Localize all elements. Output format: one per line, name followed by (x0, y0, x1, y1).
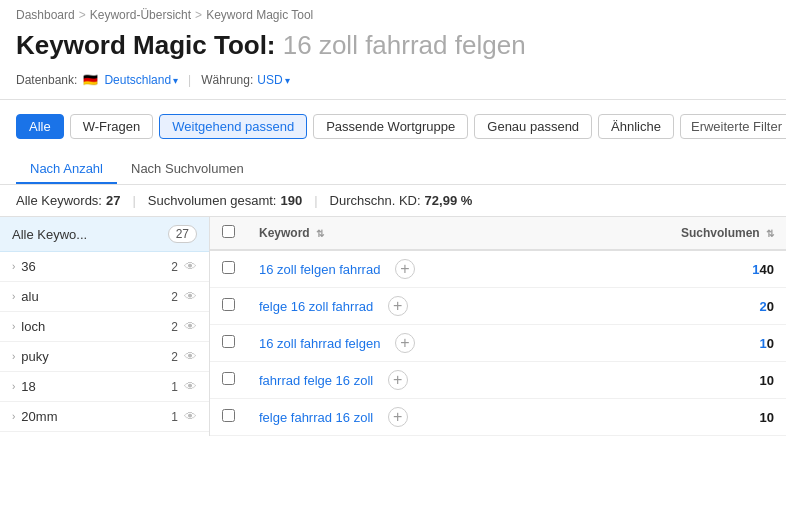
meta-divider (0, 99, 786, 100)
keyword-link[interactable]: felge fahrrad 16 zoll (259, 410, 373, 425)
col-keyword-header: Keyword ⇅ (247, 217, 574, 250)
db-chevron-icon: ▾ (173, 75, 178, 86)
sort-icon: ⇅ (316, 228, 324, 239)
tab-nach-suchvolumen[interactable]: Nach Suchvolumen (117, 155, 258, 184)
list-item[interactable]: › 20mm 1 👁 (0, 402, 209, 432)
add-keyword-button[interactable]: + (395, 259, 415, 279)
sidebar-header: Alle Keywo... 27 (0, 217, 209, 252)
row-checkbox[interactable] (222, 335, 235, 348)
breadcrumb-keyword-ubersicht[interactable]: Keyword-Übersicht (90, 8, 191, 22)
sidebar-keyword: 36 (21, 259, 35, 274)
table-row: 16 zoll felgen fahrrad + 140 (210, 250, 786, 288)
row-checkbox-cell (210, 325, 247, 362)
eye-icon: 👁 (184, 379, 197, 394)
add-keyword-button[interactable]: + (388, 407, 408, 427)
volume-cell: 10 (574, 399, 786, 436)
table-row: felge 16 zoll fahrrad + 20 (210, 288, 786, 325)
filter-alle-button[interactable]: Alle (16, 114, 64, 139)
volume-cell: 20 (574, 288, 786, 325)
eye-icon: 👁 (184, 259, 197, 274)
chevron-right-icon: › (12, 321, 15, 332)
sidebar: Alle Keywo... 27 › 36 2 👁 › alu 2 👁 (0, 217, 210, 436)
chevron-right-icon: › (12, 261, 15, 272)
filter-weitgehend-button[interactable]: Weitgehend passend (159, 114, 307, 139)
volume-value: 20 (760, 299, 774, 314)
sidebar-keyword: alu (21, 289, 38, 304)
breadcrumb-sep-1: > (79, 8, 86, 22)
filter-bar: Alle W-Fragen Weitgehend passend Passend… (0, 104, 786, 149)
add-keyword-button[interactable]: + (395, 333, 415, 353)
sort-icon: ⇅ (766, 228, 774, 239)
filter-genau-button[interactable]: Genau passend (474, 114, 592, 139)
keyword-cell: fahrrad felge 16 zoll + (247, 362, 574, 399)
sidebar-keyword: 18 (21, 379, 35, 394)
body-area: Alle Keywo... 27 › 36 2 👁 › alu 2 👁 (0, 217, 786, 436)
keyword-link[interactable]: 16 zoll fahrrad felgen (259, 336, 380, 351)
add-keyword-button[interactable]: + (388, 296, 408, 316)
row-checkbox-cell (210, 399, 247, 436)
add-keyword-button[interactable]: + (388, 370, 408, 390)
table-area: Keyword ⇅ Suchvolumen ⇅ 16 zoll (210, 217, 786, 436)
col-checkbox (210, 217, 247, 250)
volume-cell: 140 (574, 250, 786, 288)
keyword-link[interactable]: felge 16 zoll fahrrad (259, 299, 373, 314)
currency-dropdown[interactable]: USD ▾ (257, 73, 289, 87)
db-dropdown[interactable]: Deutschland ▾ (104, 73, 178, 87)
list-item[interactable]: › 36 2 👁 (0, 252, 209, 282)
row-checkbox[interactable] (222, 372, 235, 385)
volume-value: 10 (760, 373, 774, 388)
row-checkbox[interactable] (222, 261, 235, 274)
eye-icon: 👁 (184, 319, 197, 334)
filter-w-fragen-button[interactable]: W-Fragen (70, 114, 154, 139)
list-item[interactable]: › alu 2 👁 (0, 282, 209, 312)
currency-chevron-icon: ▾ (285, 75, 290, 86)
keyword-table: Keyword ⇅ Suchvolumen ⇅ 16 zoll (210, 217, 786, 436)
list-item[interactable]: › 18 1 👁 (0, 372, 209, 402)
breadcrumb: Dashboard > Keyword-Übersicht > Keyword … (0, 0, 786, 26)
suchvolumen-value: 190 (280, 193, 302, 208)
sidebar-count: 1 (171, 410, 178, 424)
keyword-link[interactable]: 16 zoll felgen fahrrad (259, 262, 380, 277)
sort-tabs: Nach Anzahl Nach Suchvolumen (0, 149, 786, 185)
vol-highlight: 1 (752, 262, 759, 277)
keyword-link[interactable]: fahrrad felge 16 zoll (259, 373, 373, 388)
alle-keywords-value: 27 (106, 193, 120, 208)
row-checkbox-cell (210, 362, 247, 399)
stat-alle-keywords: Alle Keywords: 27 (16, 193, 120, 208)
db-value: Deutschland (104, 73, 171, 87)
stat-suchvolumen: Suchvolumen gesamt: 190 (148, 193, 302, 208)
filter-passend-button[interactable]: Passende Wortgruppe (313, 114, 468, 139)
table-row: felge fahrrad 16 zoll + 10 (210, 399, 786, 436)
sidebar-keyword: loch (21, 319, 45, 334)
filter-erweitert-dropdown[interactable]: Erweiterte Filter ▾ (680, 114, 786, 139)
currency-label: Währung: (201, 73, 253, 87)
list-item[interactable]: › loch 2 👁 (0, 312, 209, 342)
filter-aehnliche-button[interactable]: Ähnliche (598, 114, 674, 139)
db-flag: 🇩🇪 (83, 73, 98, 87)
table-row: 16 zoll fahrrad felgen + 10 (210, 325, 786, 362)
volume-value: 10 (760, 336, 774, 351)
meta-sep: | (188, 73, 191, 87)
sidebar-header-count: 27 (168, 225, 197, 243)
sidebar-header-label: Alle Keywo... (12, 227, 87, 242)
vol-highlight: 2 (760, 299, 767, 314)
row-checkbox[interactable] (222, 409, 235, 422)
filter-erweitert-label: Erweiterte Filter (691, 119, 782, 134)
suchvolumen-label: Suchvolumen gesamt: (148, 193, 277, 208)
row-checkbox[interactable] (222, 298, 235, 311)
breadcrumb-dashboard[interactable]: Dashboard (16, 8, 75, 22)
list-item[interactable]: › puky 2 👁 (0, 342, 209, 372)
stats-sep-1: | (132, 193, 135, 208)
select-all-checkbox[interactable] (222, 225, 235, 238)
chevron-right-icon: › (12, 381, 15, 392)
vol-highlight: 1 (760, 336, 767, 351)
page-title: Keyword Magic Tool: 16 zoll fahrrad felg… (0, 26, 786, 69)
breadcrumb-sep-2: > (195, 8, 202, 22)
meta-row: Datenbank: 🇩🇪 Deutschland ▾ | Währung: U… (0, 69, 786, 95)
chevron-right-icon: › (12, 291, 15, 302)
kd-value: 72,99 % (425, 193, 473, 208)
stats-sep-2: | (314, 193, 317, 208)
sidebar-count: 2 (171, 290, 178, 304)
keyword-cell: 16 zoll fahrrad felgen + (247, 325, 574, 362)
tab-nach-anzahl[interactable]: Nach Anzahl (16, 155, 117, 184)
